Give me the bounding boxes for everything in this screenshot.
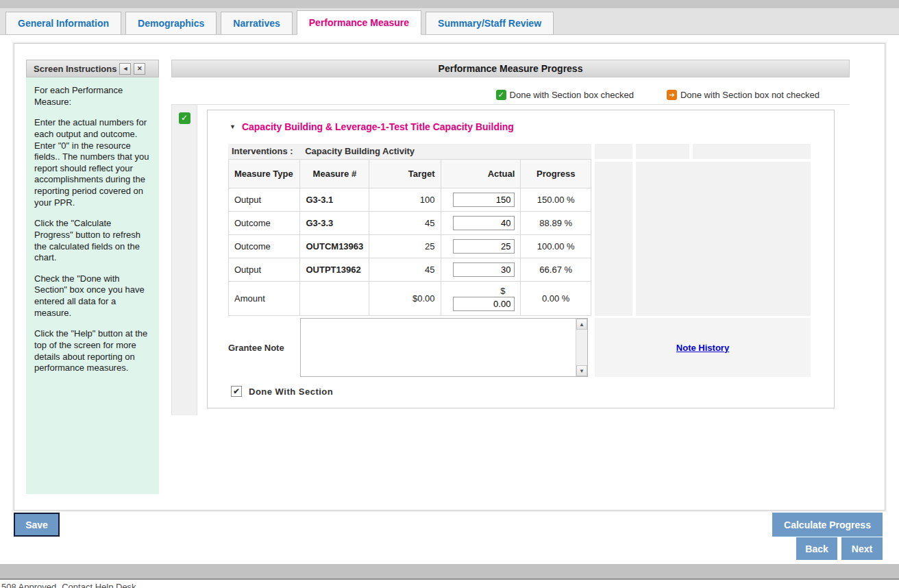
done-with-section-checkbox[interactable]: ✔ [231,386,242,397]
chevron-left-icon: ◄ [122,65,128,72]
close-icon: ✕ [137,65,143,72]
scroll-up-icon[interactable]: ▲ [576,319,587,330]
header-actual: Actual [441,160,521,188]
instruction-paragraph: Check the "Done with Section" box once y… [34,273,151,319]
section-done-status-icon: ✓ [179,112,190,124]
back-button[interactable]: Back [795,537,837,560]
page-title: Performance Measure Progress [171,60,850,77]
screen-instructions-sidebar: Screen Instructions ◄ ✕ For each Perform… [26,60,159,494]
tab-general-information[interactable]: General Information [5,12,121,34]
tab-demographics[interactable]: Demographics [125,12,217,34]
interventions-label: Interventions : [232,146,293,156]
tab-performance-measure[interactable]: Performance Measure [297,10,421,35]
save-button[interactable]: Save [14,513,60,537]
header-measure-type: Measure Type [229,160,300,188]
tab-narratives[interactable]: Narratives [221,12,293,34]
spacer-cell [636,144,689,159]
measure-number-cell: G3-3.1 [300,188,369,212]
measure-number-cell: G3-3.3 [300,212,369,235]
next-button[interactable]: Next [840,537,883,560]
actual-amount-input[interactable] [453,297,515,311]
green-check-icon: ✓ [496,90,506,100]
grantee-note-box: ▲ ▼ [300,318,588,377]
actual-input[interactable] [453,193,515,207]
orange-arrow-icon: ➜ [667,90,677,100]
footer-508-approved-link[interactable]: 508 Approved [1,582,56,588]
collapse-sidebar-button[interactable]: ◄ [119,63,131,75]
interventions-bar: Interventions : Capacity Building Activi… [228,144,591,159]
target-cell: 45 [369,258,441,282]
footer: 508 Approved Contact Help Desk [0,580,899,588]
section-title-row: ▼ Capacity Building & Leverage-1-Test Ti… [230,121,811,132]
grantee-note-row: Grantee Note ▲ ▼ Note History [228,318,811,377]
actual-input[interactable] [453,239,515,254]
performance-measure-content: Performance Measure Progress ✓ Done with… [171,60,850,510]
measure-number-cell: OUTPT13962 [300,258,369,282]
section-title[interactable]: Capacity Building & Leverage-1-Test Titl… [242,121,514,132]
actual-input[interactable] [453,216,515,230]
header-target: Target [369,160,441,188]
top-gray-bar [0,0,899,8]
instruction-paragraph: Click the "Help" button at the top of th… [34,328,151,374]
screen-instructions-text: For each Performance Measure: Enter the … [26,77,159,494]
sections-list: ✓ ▼ Capacity Building & Leverage-1-Test … [171,104,850,415]
screen-instructions-title: Screen Instructions [34,64,116,74]
scroll-down-icon[interactable]: ▼ [576,365,587,376]
interventions-row: Interventions : Capacity Building Activi… [228,144,811,159]
actual-cell [441,258,521,282]
footer-contact-help-desk-link[interactable]: Contact Help Desk [62,582,136,588]
done-with-section-row: ✔ Done With Section [231,386,811,397]
right-button-group: Calculate Progress Back Next [771,513,883,560]
table-header-row: Measure Type Measure # Target Actual Pro… [229,160,591,188]
done-with-section-label: Done With Section [249,387,333,397]
table-row: Outcome OUTCM13963 25 100.00 % [229,235,591,258]
textarea-scrollbar[interactable]: ▲ ▼ [576,319,587,376]
legend-not-checked: ➜ Done with Section box not checked [667,90,820,100]
currency-symbol: $ [447,286,515,296]
actual-cell [441,188,521,212]
measure-type-cell: Output [229,188,300,212]
measure-table-row: Measure Type Measure # Target Actual Pro… [228,159,811,316]
calculate-progress-button[interactable]: Calculate Progress [771,513,883,537]
grantee-note-label: Grantee Note [228,318,300,377]
actual-input[interactable] [453,262,515,277]
measure-type-cell: Outcome [229,212,300,235]
spacer-cell [693,144,811,159]
note-history-block: Note History [595,318,811,377]
tab-summary-staff-review[interactable]: Summary/Staff Review [426,12,554,34]
table-row: Outcome G3-3.3 45 88.89 % [229,212,591,235]
actual-cell [441,212,521,235]
legend-checked-label: Done with Section box checked [510,90,634,100]
grantee-note-textarea[interactable] [301,319,576,376]
measure-section-panel: ▼ Capacity Building & Leverage-1-Test Ti… [207,110,835,408]
bottom-gray-bar [0,564,899,580]
note-history-link[interactable]: Note History [676,343,729,353]
action-buttons-row: Save Calculate Progress Back Next [14,513,883,561]
target-cell: 100 [369,188,441,212]
collapse-triangle-icon[interactable]: ▼ [230,123,236,130]
actual-cell [441,235,521,258]
amount-row: Amount $0.00 $ 0.00 % [229,282,591,316]
measure-type-cell: Output [229,258,300,282]
instruction-paragraph: Enter the actual numbers for each output… [34,117,151,208]
target-cell: 45 [369,212,441,235]
progress-cell: 150.00 % [521,188,591,212]
section-status-column: ✓ [171,105,197,415]
status-legend: ✓ Done with Section box checked ➜ Done w… [171,90,850,100]
actual-amount-cell: $ [441,282,521,316]
close-sidebar-button[interactable]: ✕ [134,63,145,75]
instruction-paragraph: Click the "Calculate Progress" button to… [34,218,151,264]
target-cell: 25 [369,235,441,258]
progress-cell: 88.89 % [521,212,591,235]
screen-instructions-header: Screen Instructions ◄ ✕ [26,60,159,77]
legend-checked: ✓ Done with Section box checked [496,90,634,100]
header-measure-number: Measure # [300,160,369,188]
progress-cell: 0.00 % [521,282,591,316]
progress-cell: 100.00 % [521,235,591,258]
tab-bar: General Information Demographics Narrati… [0,8,899,35]
instruction-paragraph: For each Performance Measure: [34,85,151,108]
spacer-cell [595,144,632,159]
table-row: Output OUTPT13962 45 66.67 % [229,258,591,282]
performance-measure-table: Measure Type Measure # Target Actual Pro… [228,159,591,316]
measure-number-cell [300,282,369,316]
